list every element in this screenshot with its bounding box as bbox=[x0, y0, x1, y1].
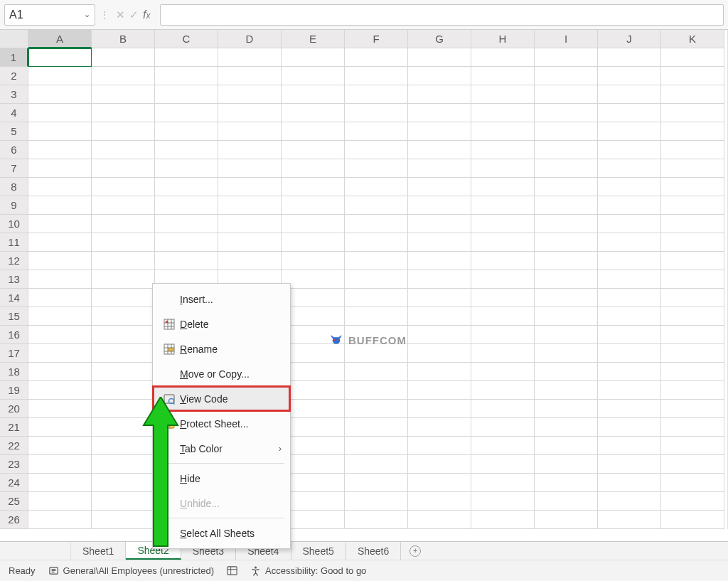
sheet-tab-sheet6[interactable]: Sheet6 bbox=[346, 542, 401, 560]
row-header[interactable]: 18 bbox=[0, 363, 28, 381]
row-header[interactable]: 8 bbox=[0, 178, 28, 196]
cell[interactable] bbox=[28, 326, 92, 344]
cell[interactable] bbox=[282, 307, 345, 326]
row-header[interactable]: 17 bbox=[0, 344, 28, 363]
cell[interactable] bbox=[661, 437, 724, 455]
cell[interactable] bbox=[282, 233, 345, 252]
cell[interactable] bbox=[471, 196, 535, 215]
fx-icon[interactable]: fx bbox=[143, 9, 153, 21]
cell[interactable] bbox=[282, 67, 345, 85]
cell[interactable] bbox=[92, 326, 155, 344]
column-header[interactable]: I bbox=[535, 30, 598, 48]
cell[interactable] bbox=[598, 437, 661, 455]
cell[interactable] bbox=[661, 252, 724, 270]
cell[interactable] bbox=[661, 474, 724, 492]
sheet-tab-sheet1[interactable]: Sheet1 bbox=[71, 542, 126, 560]
cell[interactable] bbox=[218, 159, 282, 178]
cell[interactable] bbox=[345, 252, 408, 270]
cell[interactable] bbox=[471, 381, 535, 400]
cell[interactable] bbox=[155, 252, 218, 270]
cell[interactable] bbox=[408, 270, 471, 289]
cell[interactable] bbox=[598, 48, 661, 67]
cell[interactable] bbox=[535, 67, 598, 85]
cell[interactable] bbox=[535, 141, 598, 159]
cell[interactable] bbox=[345, 159, 408, 178]
sheet-tab-sheet5[interactable]: Sheet5 bbox=[291, 542, 346, 560]
cell[interactable] bbox=[28, 381, 92, 400]
cell[interactable] bbox=[282, 215, 345, 233]
cell[interactable] bbox=[471, 326, 535, 344]
cell[interactable] bbox=[218, 85, 282, 104]
cell[interactable] bbox=[471, 141, 535, 159]
cell[interactable] bbox=[28, 363, 92, 381]
cell[interactable] bbox=[535, 511, 598, 529]
cell[interactable] bbox=[345, 418, 408, 437]
spreadsheet-grid[interactable]: ABCDEFGHIJK12345678910111213141516171819… bbox=[0, 30, 728, 529]
cell[interactable] bbox=[28, 196, 92, 215]
cell[interactable] bbox=[661, 67, 724, 85]
row-header[interactable]: 22 bbox=[0, 437, 28, 455]
cell[interactable] bbox=[535, 363, 598, 381]
cell[interactable] bbox=[661, 233, 724, 252]
cell[interactable] bbox=[218, 196, 282, 215]
cell[interactable] bbox=[155, 233, 218, 252]
cell[interactable] bbox=[598, 67, 661, 85]
cell[interactable] bbox=[661, 122, 724, 141]
cell[interactable] bbox=[92, 178, 155, 196]
cell[interactable] bbox=[661, 215, 724, 233]
cell[interactable] bbox=[598, 85, 661, 104]
cell[interactable] bbox=[345, 233, 408, 252]
column-header[interactable]: A bbox=[28, 30, 92, 48]
cell[interactable] bbox=[345, 104, 408, 122]
cell[interactable] bbox=[598, 233, 661, 252]
row-header[interactable]: 15 bbox=[0, 307, 28, 326]
cell[interactable] bbox=[282, 252, 345, 270]
cell[interactable] bbox=[282, 85, 345, 104]
cell[interactable] bbox=[28, 492, 92, 511]
cell[interactable] bbox=[282, 104, 345, 122]
cell[interactable] bbox=[92, 141, 155, 159]
cell[interactable] bbox=[661, 85, 724, 104]
row-header[interactable]: 12 bbox=[0, 252, 28, 270]
cell[interactable] bbox=[218, 233, 282, 252]
cell[interactable] bbox=[155, 141, 218, 159]
cell[interactable] bbox=[535, 418, 598, 437]
cell[interactable] bbox=[218, 215, 282, 233]
cell[interactable] bbox=[408, 400, 471, 418]
cell[interactable] bbox=[155, 85, 218, 104]
cell[interactable] bbox=[408, 344, 471, 363]
row-header[interactable]: 26 bbox=[0, 511, 28, 529]
chevron-down-icon[interactable]: ⌄ bbox=[84, 10, 90, 19]
cell[interactable] bbox=[282, 122, 345, 141]
cell[interactable] bbox=[345, 289, 408, 307]
cell[interactable] bbox=[471, 159, 535, 178]
cell[interactable] bbox=[598, 104, 661, 122]
row-header[interactable]: 19 bbox=[0, 381, 28, 400]
cell[interactable] bbox=[92, 344, 155, 363]
cell[interactable] bbox=[28, 418, 92, 437]
cell[interactable] bbox=[92, 122, 155, 141]
cell[interactable] bbox=[408, 85, 471, 104]
cell[interactable] bbox=[28, 307, 92, 326]
cell[interactable] bbox=[598, 381, 661, 400]
cell[interactable] bbox=[408, 289, 471, 307]
cell[interactable] bbox=[661, 196, 724, 215]
cell[interactable] bbox=[28, 474, 92, 492]
select-all-corner[interactable] bbox=[0, 30, 28, 48]
column-header[interactable]: G bbox=[408, 30, 471, 48]
cell[interactable] bbox=[598, 270, 661, 289]
cell[interactable] bbox=[92, 48, 155, 67]
cell[interactable] bbox=[282, 48, 345, 67]
cell[interactable] bbox=[598, 511, 661, 529]
cell[interactable] bbox=[661, 178, 724, 196]
menu-item-delete[interactable]: Delete bbox=[153, 311, 290, 336]
cell[interactable] bbox=[345, 307, 408, 326]
cell[interactable] bbox=[661, 141, 724, 159]
status-sensitivity[interactable]: General\All Employees (unrestricted) bbox=[48, 565, 214, 576]
cell[interactable] bbox=[28, 289, 92, 307]
cell[interactable] bbox=[28, 85, 92, 104]
cell[interactable] bbox=[408, 307, 471, 326]
cell[interactable] bbox=[28, 48, 92, 67]
cell[interactable] bbox=[408, 511, 471, 529]
cell[interactable] bbox=[535, 122, 598, 141]
